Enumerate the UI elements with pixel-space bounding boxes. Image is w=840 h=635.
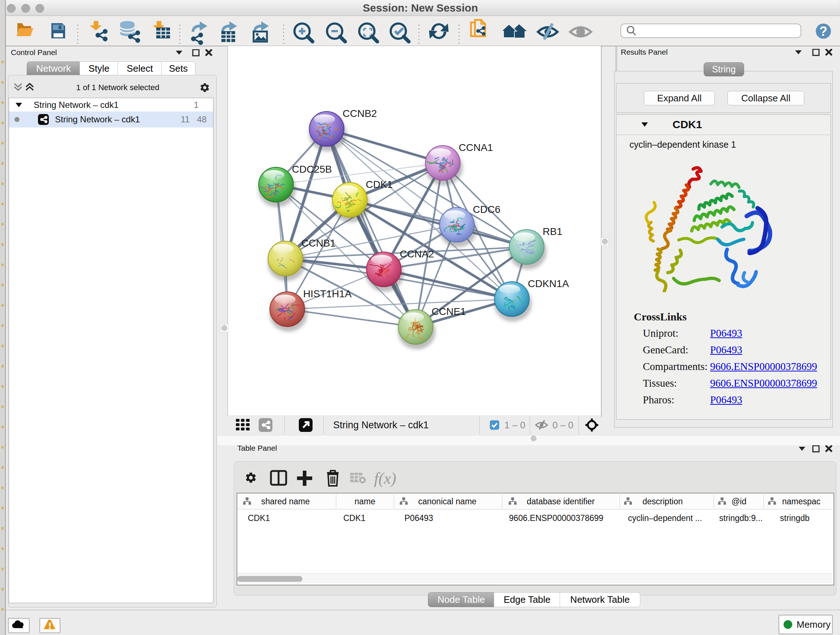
svg-text:CDKN1A: CDKN1A bbox=[528, 278, 569, 289]
svg-text:CCNB1: CCNB1 bbox=[302, 238, 336, 249]
svg-text:?: ? bbox=[819, 24, 827, 39]
svg-text:CCNB2: CCNB2 bbox=[343, 108, 377, 119]
svg-text:shared name: shared name bbox=[261, 497, 309, 506]
svg-text:HIST1H1A: HIST1H1A bbox=[303, 288, 352, 299]
svg-text:P06493: P06493 bbox=[404, 513, 433, 523]
svg-text:description: description bbox=[643, 497, 683, 506]
svg-text:namespac: namespac bbox=[782, 497, 821, 506]
svg-text:cyclin–dependent ...: cyclin–dependent ... bbox=[628, 513, 702, 523]
svg-text:CCNA1: CCNA1 bbox=[459, 142, 493, 153]
svg-text:CDK1: CDK1 bbox=[343, 513, 365, 523]
svg-text:CDC25B: CDC25B bbox=[292, 164, 332, 175]
svg-text:RB1: RB1 bbox=[543, 226, 562, 237]
svg-text:CDC6: CDC6 bbox=[473, 204, 500, 215]
svg-text:f(x): f(x) bbox=[374, 470, 396, 487]
svg-text:CDK1: CDK1 bbox=[248, 513, 270, 523]
svg-text:stringdb:9...: stringdb:9... bbox=[719, 513, 763, 523]
svg-text:@id: @id bbox=[731, 497, 746, 506]
svg-text:stringdb: stringdb bbox=[780, 513, 810, 523]
svg-text:9606.ENSP00000378699: 9606.ENSP00000378699 bbox=[509, 513, 603, 523]
svg-text:CCNE1: CCNE1 bbox=[431, 306, 466, 317]
svg-text:CCNA2: CCNA2 bbox=[400, 249, 434, 260]
svg-text:name: name bbox=[355, 497, 376, 506]
svg-text:CDK1: CDK1 bbox=[366, 179, 393, 190]
svg-text:database identifier: database identifier bbox=[527, 497, 595, 506]
svg-text:canonical name: canonical name bbox=[418, 497, 477, 506]
